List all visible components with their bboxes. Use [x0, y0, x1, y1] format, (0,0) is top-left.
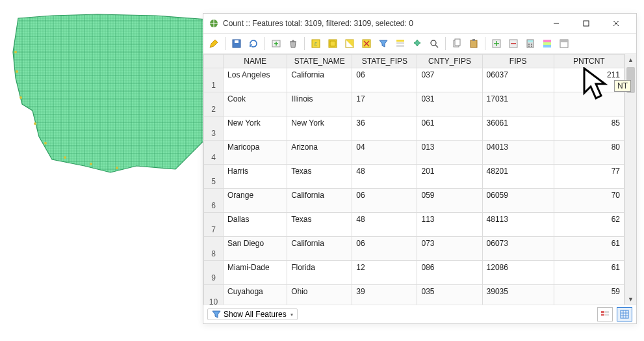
cell-state-fips[interactable]: 06 — [352, 68, 417, 92]
cell-name[interactable]: Miami-Dade — [224, 261, 287, 285]
cell-state-fips[interactable]: 39 — [352, 285, 417, 305]
table-row[interactable]: 1Los AngelesCalifornia0603706037211 — [204, 68, 625, 92]
attribute-table[interactable]: NAME STATE_NAME STATE_FIPS CNTY_FIPS FIP… — [203, 54, 625, 305]
reload-button[interactable] — [246, 36, 261, 51]
cell-cnty-fips[interactable]: 059 — [417, 189, 482, 213]
col-pntcnt[interactable]: PNTCNT — [554, 55, 624, 68]
cell-pntcnt[interactable]: 77 — [554, 165, 624, 189]
scroll-down-icon[interactable]: ▼ — [625, 293, 636, 305]
cell-state-name[interactable]: Arizona — [287, 141, 352, 165]
cell-fips[interactable]: 36061 — [482, 116, 554, 141]
cell-state-name[interactable]: California — [287, 68, 352, 92]
cell-state-name[interactable]: California — [287, 189, 352, 213]
cell-state-name[interactable]: Texas — [287, 165, 352, 189]
cell-cnty-fips[interactable]: 061 — [417, 116, 482, 141]
cell-fips[interactable]: 39035 — [482, 285, 554, 305]
new-field-button[interactable] — [489, 36, 504, 51]
cell-pntcnt[interactable]: 61 — [554, 237, 624, 261]
cell-cnty-fips[interactable]: 201 — [417, 165, 482, 189]
table-row[interactable]: 6OrangeCalifornia060590605970 — [204, 189, 625, 213]
cell-pntcnt[interactable] — [554, 92, 624, 116]
col-cnty-fips[interactable]: CNTY_FIPS — [417, 55, 482, 68]
titlebar[interactable]: Count :: Features total: 3109, filtered:… — [203, 14, 636, 34]
cell-state-name[interactable]: California — [287, 237, 352, 261]
select-by-expression-button[interactable]: ε — [308, 36, 324, 51]
cell-pntcnt[interactable]: 62 — [554, 213, 624, 237]
row-number[interactable]: 2 — [204, 92, 224, 116]
cell-state-fips[interactable]: 17 — [352, 92, 417, 116]
add-feature-button[interactable] — [268, 36, 284, 51]
cell-state-name[interactable]: Texas — [287, 213, 352, 237]
cell-cnty-fips[interactable]: 031 — [417, 92, 482, 116]
table-row[interactable]: 4MaricopaArizona040130401380 — [204, 141, 625, 165]
invert-selection-button[interactable] — [342, 36, 357, 51]
cell-state-fips[interactable]: 06 — [352, 189, 417, 213]
cell-state-name[interactable]: New York — [287, 116, 352, 141]
row-number[interactable]: 3 — [204, 116, 224, 141]
cell-cnty-fips[interactable]: 073 — [417, 237, 482, 261]
maximize-button[interactable] — [571, 14, 601, 33]
row-number[interactable]: 9 — [204, 261, 224, 285]
cell-fips[interactable]: 06059 — [482, 189, 554, 213]
field-calculator-button[interactable] — [522, 36, 538, 51]
delete-field-button[interactable] — [506, 36, 521, 51]
copy-rows-button[interactable] — [449, 36, 465, 51]
col-fips[interactable]: FIPS — [482, 55, 554, 68]
cell-pntcnt[interactable]: 61 — [554, 261, 624, 285]
show-all-features-button[interactable]: Show All Features ▾ — [207, 308, 298, 320]
cell-pntcnt[interactable]: 85 — [554, 116, 624, 141]
table-row[interactable]: 10CuyahogaOhio390353903559 — [204, 285, 625, 305]
table-row[interactable]: 8San DiegoCalifornia060730607361 — [204, 237, 625, 261]
minimize-button[interactable] — [541, 14, 571, 33]
cell-state-fips[interactable]: 36 — [352, 116, 417, 141]
close-button[interactable] — [601, 14, 631, 33]
col-state-fips[interactable]: STATE_FIPS — [352, 55, 417, 68]
cell-fips[interactable]: 04013 — [482, 141, 554, 165]
cell-fips[interactable]: 48113 — [482, 213, 554, 237]
cell-cnty-fips[interactable]: 086 — [417, 261, 482, 285]
zoom-to-selected-button[interactable] — [426, 36, 442, 51]
cell-state-fips[interactable]: 48 — [352, 213, 417, 237]
col-state-name[interactable]: STATE_NAME — [287, 55, 352, 68]
cell-name[interactable]: Maricopa — [224, 141, 287, 165]
cell-fips[interactable]: 17031 — [482, 92, 554, 116]
cell-name[interactable]: Dallas — [224, 213, 287, 237]
cell-pntcnt[interactable]: 80 — [554, 141, 624, 165]
table-row[interactable]: 2CookIllinois1703117031 — [204, 92, 625, 116]
deselect-all-button[interactable] — [359, 36, 374, 51]
cell-state-fips[interactable]: 06 — [352, 237, 417, 261]
pan-to-selected-button[interactable] — [409, 36, 425, 51]
cell-cnty-fips[interactable]: 035 — [417, 285, 482, 305]
dock-button[interactable] — [556, 36, 572, 51]
cell-name[interactable]: Harris — [224, 165, 287, 189]
cell-cnty-fips[interactable]: 113 — [417, 213, 482, 237]
cell-pntcnt[interactable]: 59 — [554, 285, 624, 305]
table-row[interactable]: 7DallasTexas481134811362 — [204, 213, 625, 237]
cell-state-fips[interactable]: 48 — [352, 165, 417, 189]
cell-fips[interactable]: 06073 — [482, 237, 554, 261]
cell-state-fips[interactable]: 12 — [352, 261, 417, 285]
cell-name[interactable]: Cuyahoga — [224, 285, 287, 305]
delete-button[interactable] — [285, 36, 301, 51]
cell-fips[interactable]: 48201 — [482, 165, 554, 189]
row-number[interactable]: 6 — [204, 189, 224, 213]
table-header-row[interactable]: NAME STATE_NAME STATE_FIPS CNTY_FIPS FIP… — [204, 55, 625, 68]
cell-name[interactable]: Cook — [224, 92, 287, 116]
table-row[interactable]: 3New YorkNew York360613606185 — [204, 116, 625, 141]
conditional-formatting-button[interactable] — [539, 36, 555, 51]
table-row[interactable]: 9Miami-DadeFlorida120861208661 — [204, 261, 625, 285]
row-number[interactable]: 10 — [204, 285, 224, 305]
cell-state-name[interactable]: Ohio — [287, 285, 352, 305]
cell-pntcnt[interactable]: 70 — [554, 189, 624, 213]
scroll-up-icon[interactable]: ▲ — [625, 54, 636, 65]
paste-rows-button[interactable] — [466, 36, 482, 51]
row-number[interactable]: 8 — [204, 237, 224, 261]
cell-cnty-fips[interactable]: 037 — [417, 68, 482, 92]
row-number[interactable]: 7 — [204, 213, 224, 237]
form-view-button[interactable] — [597, 307, 613, 321]
map-canvas[interactable] — [6, 13, 234, 176]
cell-fips[interactable]: 12086 — [482, 261, 554, 285]
col-name[interactable]: NAME — [224, 55, 287, 68]
cell-name[interactable]: Orange — [224, 189, 287, 213]
row-number[interactable]: 1 — [204, 68, 224, 92]
